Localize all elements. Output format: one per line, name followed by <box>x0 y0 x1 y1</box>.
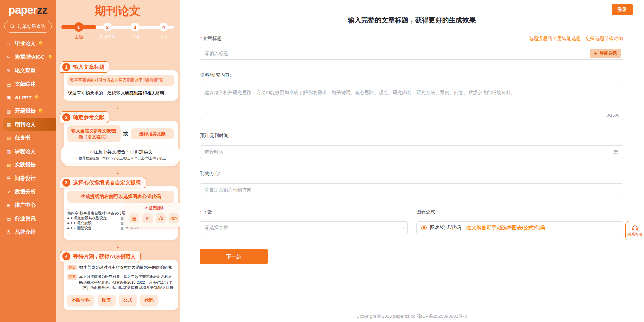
sidebar-item[interactable]: ▤行业资讯 <box>0 212 56 226</box>
sidebar-item[interactable]: ⊞推广中心 <box>0 199 56 212</box>
popup-label: ✳ 点亮图标 <box>129 205 179 211</box>
sidebar-item-label: 毕业论文 <box>15 40 36 47</box>
sidebar-item[interactable]: ▤文献综述 <box>0 77 56 91</box>
words-select[interactable]: 请选择字数 <box>200 221 408 234</box>
step2-header: 2 确定参考文献 <box>60 111 109 123</box>
login-button[interactable]: 登录 <box>612 4 633 15</box>
step-label: 下载 <box>160 34 168 40</box>
step-label: 大纲 <box>131 34 139 40</box>
proposal-icon: ▥ <box>6 108 12 114</box>
step-circle: 2 <box>103 23 112 31</box>
date-input[interactable] <box>204 149 614 154</box>
sidebar-item[interactable]: ▨课程论文 <box>0 145 56 158</box>
feature-tag: 图表 <box>98 295 116 306</box>
smart-topic-hint[interactable]: 选题没思路？用智能选题，免费选题节省时间 <box>529 36 623 42</box>
logo-part2: zz <box>37 4 47 16</box>
step4-title: 等待片刻，获得AI原创范文 <box>73 253 136 260</box>
arrow-down-icon: ↓ <box>56 242 180 249</box>
formula-icon: √x <box>130 227 133 230</box>
step1-badge: 1 <box>62 63 70 71</box>
step3-title: 选择心仪提纲或者自定义提纲 <box>73 179 141 186</box>
sidebar-item[interactable]: ▥开题报告 <box>0 104 56 118</box>
literature-icon: ▤ <box>6 82 12 87</box>
tip-mid: 和 <box>142 90 147 95</box>
arrow-down-icon: ↓ <box>56 103 180 110</box>
step2-section: 2 确定参考文献 输入自定义参考文献/查新（引文格式） 或 选择推荐文献 ☞ 注… <box>60 111 178 166</box>
sidebar-item[interactable]: ®品牌介绍 <box>0 226 56 239</box>
words-select-placeholder: 请选择字数 <box>204 225 228 231</box>
title-tag: 标题 <box>67 265 77 270</box>
chart-column: 图表公式: 图表/公式/代码 在大纲处可手动选择图表/公式/代码 <box>416 209 623 234</box>
reference-notes: ☞ 注意中英文结合：可追加英文 ☞ 推荐数量提醒：本科15个以上/硕士20个以上… <box>61 147 180 163</box>
step2-card: 输入自定义参考文献/查新（引文格式） 或 选择推荐文献 ☞ 注意中英文结合：可追… <box>64 121 178 166</box>
step1-title: 输入文章标题 <box>73 64 104 71</box>
date-label: 预计见刊时间: <box>200 133 623 139</box>
sidebar-item[interactable]: ▣AI PPT <box>0 91 56 104</box>
step-tab[interactable]: 1主题 <box>65 22 92 40</box>
sidebar-item-label: AI PPT <box>15 95 32 101</box>
sidebar: paperzz 订单结果查询 ⌂毕业论文✂降重/降AIGC✎论文查重▤文献综述▣… <box>0 0 56 322</box>
next-step-button[interactable]: 下一步 <box>200 249 268 264</box>
sample-abstract-row: 摘要 本文以河南省为研究对象，探讨了数字普惠金融对农村居民消费水平的影响。研究采… <box>67 274 174 291</box>
title-label-row: 文章标题 选题没思路？用智能选题，免费选题节省时间 <box>200 36 623 42</box>
step-circle: 3 <box>131 23 139 31</box>
feature-tag: 不限学科 <box>67 295 94 306</box>
table-icon: ▦ <box>121 227 124 230</box>
sidebar-item-label: 开题报告 <box>15 107 36 115</box>
step3-card: 生成提纲的右侧可以选择图表公式代码 ...第四章 数字普惠金融对XX省农村居民消… <box>64 186 178 240</box>
sparkles-icon: ✦ <box>594 51 598 56</box>
tip-highlight-1: 研究思路 <box>125 90 142 95</box>
flame-icon <box>34 95 40 100</box>
step-circle: 4 <box>159 23 168 31</box>
sidebar-item[interactable]: ⌂毕业论文 <box>0 37 56 51</box>
sidebar-item-label: 品牌介绍 <box>15 229 36 236</box>
title-input-box: ✦ 智能选题 <box>200 47 623 60</box>
customer-service-button[interactable]: 联系客服 <box>625 221 644 240</box>
chevron-down-icon <box>399 225 404 229</box>
sample-title-row: 标题 数字普惠金融对河南省农村居民消费水平的影响研究 <box>67 264 174 270</box>
image-icon: ⊡ <box>142 213 153 223</box>
logo[interactable]: paperzz <box>0 3 56 17</box>
sidebar-item-label: 课程论文 <box>15 148 36 155</box>
smart-topic-button[interactable]: ✦ 智能选题 <box>590 49 621 58</box>
sidebar-item-label: 推广中心 <box>15 202 36 209</box>
check-doc-icon: ✎ <box>6 68 12 73</box>
reference-note-1: ☞ 注意中英文结合：可追加英文 <box>63 149 178 155</box>
outline-text: 4.1 研究假设与模型设定 <box>67 216 117 221</box>
reference-note-1-text: 注意中英文结合：可追加英文 <box>94 149 153 154</box>
step-tab[interactable]: 3大纲 <box>122 22 149 40</box>
sparkle-icon: ✳ <box>144 206 148 210</box>
words-label: 字数: <box>200 209 408 215</box>
content-textarea[interactable] <box>200 86 623 112</box>
logo-part1: paper <box>8 4 37 16</box>
sidebar-item[interactable]: ✎论文查重 <box>0 64 56 77</box>
step3-section: 3 选择心仪提纲或者自定义提纲 生成提纲的右侧可以选择图表公式代码 ...第四章… <box>60 177 178 240</box>
sidebar-item-label: 行业资讯 <box>15 215 36 222</box>
sidebar-item[interactable]: ▩实践报告 <box>0 158 56 172</box>
step-tab[interactable]: 4下载 <box>150 22 177 40</box>
sidebar-item-label: 文献综述 <box>15 80 36 88</box>
step-tab[interactable]: 2参考文献 <box>94 22 121 40</box>
direction-input-box <box>200 183 623 196</box>
title-input[interactable] <box>204 51 619 56</box>
chart-radio[interactable] <box>421 225 427 230</box>
sidebar-item[interactable]: ▦期刊论文 <box>3 118 56 131</box>
sidebar-item[interactable]: ☰问卷设计 <box>0 172 56 185</box>
outline-tip-pill: 生成提纲的右侧可以选择图表公式代码 <box>67 191 174 203</box>
sidebar-item[interactable]: ✂降重/降AIGC <box>0 51 56 64</box>
calendar-icon[interactable] <box>614 149 619 154</box>
table-icon: ▦ <box>129 213 139 223</box>
sidebar-item[interactable]: ↗数据分析 <box>0 185 56 199</box>
outline-text: 4.1.2 模型设定 <box>67 226 117 231</box>
order-search-button[interactable]: 订单结果查询 <box>4 21 52 33</box>
sidebar-item[interactable]: ▧任务书 <box>0 131 56 145</box>
scissors-icon: ✂ <box>6 55 12 60</box>
words-column: 字数: 请选择字数 <box>200 209 408 234</box>
pointing-finger-icon: ☞ <box>88 149 92 154</box>
sidebar-item-label: 任务书 <box>15 134 31 141</box>
reference-options: 输入自定义参考文献/查新（引文格式） 或 选择推荐文献 <box>67 125 174 142</box>
direction-input[interactable] <box>204 187 619 192</box>
sidebar-menu: ⌂毕业论文✂降重/降AIGC✎论文查重▤文献综述▣AI PPT▥开题报告▦期刊论… <box>0 37 56 239</box>
sidebar-item-label: 实践报告 <box>15 161 36 168</box>
outline-text: ... <box>67 206 70 210</box>
